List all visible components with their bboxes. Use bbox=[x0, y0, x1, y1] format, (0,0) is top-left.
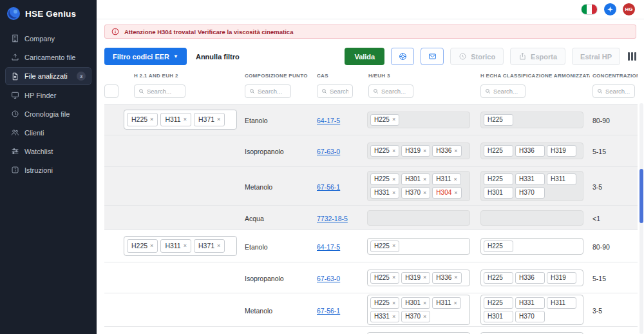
hazard-chip[interactable]: H225× bbox=[370, 241, 399, 252]
echa-field[interactable] bbox=[480, 210, 583, 226]
column-search-input[interactable] bbox=[381, 88, 409, 95]
column-search-input[interactable] bbox=[330, 88, 348, 95]
esporta-button[interactable]: Esporta bbox=[510, 48, 565, 65]
sidebar-item-clienti[interactable]: Clienti bbox=[5, 124, 91, 141]
hazard-chip[interactable]: H331× bbox=[370, 311, 399, 322]
column-search-box[interactable] bbox=[480, 84, 526, 98]
hazard-chip[interactable]: H336 bbox=[515, 145, 545, 157]
mail-button[interactable] bbox=[421, 48, 444, 65]
remove-chip-icon[interactable]: × bbox=[217, 117, 220, 123]
hazard-chip[interactable]: H311 bbox=[547, 297, 576, 309]
hazard-chip[interactable]: H336× bbox=[432, 272, 461, 284]
hazard-chip[interactable]: H301× bbox=[401, 297, 430, 309]
remove-chip-icon[interactable]: × bbox=[392, 117, 395, 123]
sidebar-item-company[interactable]: Company bbox=[5, 30, 91, 47]
hazard-chip[interactable]: H304× bbox=[432, 187, 461, 199]
sidebar-item-hp-finder[interactable]: HP Finder bbox=[5, 86, 91, 104]
hazard-chip[interactable]: H336× bbox=[432, 145, 461, 157]
echa-field[interactable]: H225H336H319 bbox=[480, 270, 583, 286]
euh2-tags-field[interactable]: H225×H311×H371× bbox=[124, 236, 237, 256]
language-flag-italy[interactable] bbox=[581, 4, 598, 15]
hazard-chip[interactable]: H225× bbox=[370, 114, 399, 126]
remove-chip-icon[interactable]: × bbox=[454, 275, 457, 280]
sparkle-button[interactable] bbox=[604, 3, 616, 15]
cas-link[interactable]: 67-63-0 bbox=[317, 275, 340, 282]
cas-link[interactable]: 7732-18-5 bbox=[317, 215, 348, 222]
hazard-chip[interactable]: H225× bbox=[127, 113, 158, 126]
remove-chip-icon[interactable]: × bbox=[454, 300, 457, 306]
hazard-chip[interactable]: H370× bbox=[401, 311, 430, 322]
hazard-chip[interactable]: H319× bbox=[401, 272, 430, 284]
remove-chip-icon[interactable]: × bbox=[423, 275, 426, 280]
cas-link[interactable]: 67-63-0 bbox=[317, 148, 340, 155]
column-search-input[interactable] bbox=[493, 88, 521, 95]
remove-chip-icon[interactable]: × bbox=[392, 300, 395, 306]
hazard-chip[interactable]: H319 bbox=[547, 272, 576, 284]
remove-chip-icon[interactable]: × bbox=[150, 243, 153, 249]
hazard-chip[interactable]: H319× bbox=[401, 145, 430, 157]
heuh3-field[interactable]: H225×H319×H336× bbox=[367, 142, 470, 159]
echa-field[interactable] bbox=[480, 332, 583, 334]
column-search-box[interactable] bbox=[104, 84, 118, 98]
sidebar-item-caricamento-file[interactable]: Caricamento file bbox=[5, 48, 91, 66]
heuh3-field[interactable]: H225×H301×H311×H331×H370×H304× bbox=[367, 171, 470, 201]
hazard-chip[interactable]: H311× bbox=[160, 239, 191, 253]
hazard-chip[interactable]: H370× bbox=[401, 187, 430, 199]
hazard-chip[interactable]: H301× bbox=[401, 173, 430, 185]
hazard-chip[interactable]: H225× bbox=[370, 297, 399, 309]
remove-chip-icon[interactable]: × bbox=[423, 190, 426, 196]
column-search-box[interactable] bbox=[592, 84, 635, 98]
sidebar-item-cronologia-file[interactable]: Cronologia file bbox=[5, 105, 91, 123]
hazard-chip[interactable]: H301 bbox=[484, 311, 513, 322]
echa-field[interactable]: H225H331H311H301H370 bbox=[480, 295, 583, 325]
scrollbar-thumb[interactable] bbox=[639, 169, 643, 223]
heuh3-field[interactable]: H225× bbox=[367, 112, 470, 128]
sidebar-item-file-analizzati[interactable]: File analizzati3 bbox=[5, 67, 91, 85]
support-button[interactable] bbox=[391, 48, 414, 65]
remove-chip-icon[interactable]: × bbox=[454, 148, 457, 154]
remove-chip-icon[interactable]: × bbox=[392, 314, 395, 320]
remove-chip-icon[interactable]: × bbox=[392, 190, 395, 196]
column-search-input[interactable] bbox=[258, 88, 287, 95]
heuh3-field[interactable] bbox=[367, 210, 470, 226]
sidebar-item-istruzioni[interactable]: Istruzioni bbox=[5, 161, 91, 179]
hazard-chip[interactable]: H370 bbox=[515, 311, 545, 322]
cas-link[interactable]: 67-56-1 bbox=[317, 183, 340, 191]
hazard-chip[interactable]: H225 bbox=[484, 272, 513, 284]
cancel-filter-link[interactable]: Annulla filtro bbox=[196, 53, 240, 61]
column-search-input[interactable] bbox=[605, 88, 630, 95]
hazard-chip[interactable]: H331 bbox=[515, 297, 545, 309]
hazard-chip[interactable]: H311× bbox=[432, 173, 460, 185]
hazard-chip[interactable]: H225× bbox=[370, 173, 399, 185]
hazard-chip[interactable]: H371× bbox=[194, 239, 225, 253]
hazard-chip[interactable]: H225 bbox=[484, 173, 513, 185]
hazard-chip[interactable]: H336 bbox=[515, 272, 545, 284]
remove-chip-icon[interactable]: × bbox=[184, 117, 187, 123]
hazard-chip[interactable]: H225 bbox=[484, 241, 513, 252]
column-search-box[interactable] bbox=[368, 84, 413, 98]
columns-icon[interactable] bbox=[628, 52, 636, 61]
remove-chip-icon[interactable]: × bbox=[423, 148, 426, 154]
hazard-chip[interactable]: H301 bbox=[484, 187, 513, 199]
hazard-chip[interactable]: H311× bbox=[432, 297, 460, 309]
filter-eer-button[interactable]: Filtro codici EER ▼ bbox=[104, 48, 187, 65]
euh2-tags-field[interactable]: H225×H311×H371× bbox=[124, 110, 237, 130]
hazard-chip[interactable]: H371× bbox=[194, 113, 225, 126]
remove-chip-icon[interactable]: × bbox=[150, 117, 153, 123]
remove-chip-icon[interactable]: × bbox=[423, 314, 426, 320]
hazard-chip[interactable]: H225× bbox=[127, 239, 158, 253]
hazard-chip[interactable]: H225 bbox=[484, 114, 513, 126]
storico-button[interactable]: Storico bbox=[450, 48, 504, 65]
echa-field[interactable]: H225 bbox=[480, 238, 583, 255]
hazard-chip[interactable]: H225× bbox=[370, 272, 399, 284]
sidebar-item-watchlist[interactable]: Watchlist bbox=[5, 142, 91, 160]
remove-chip-icon[interactable]: × bbox=[392, 243, 395, 249]
heuh3-field[interactable]: H225×H301×H311×H331×H370× bbox=[367, 295, 470, 325]
hazard-chip[interactable]: H331 bbox=[515, 173, 545, 185]
column-search-box[interactable] bbox=[134, 84, 185, 98]
hazard-chip[interactable]: H319 bbox=[547, 145, 576, 157]
echa-field[interactable]: H225H336H319 bbox=[480, 142, 583, 159]
remove-chip-icon[interactable]: × bbox=[392, 177, 395, 182]
estrai-hp-button[interactable]: Estrai HP bbox=[572, 48, 620, 65]
column-search-input[interactable] bbox=[109, 88, 113, 95]
